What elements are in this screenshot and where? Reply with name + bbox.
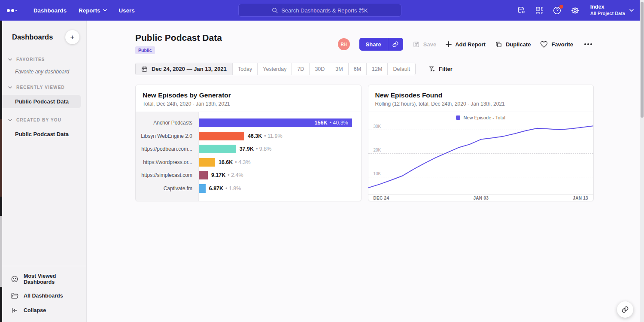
bar-simplecast[interactable] [199,171,208,179]
page-title: Public Podcast Data [135,33,222,43]
more-options-button[interactable] [583,42,594,47]
recently-viewed-section-header[interactable]: RECENTLY VIEWED [2,76,86,92]
collapse-sidebar-item[interactable]: Collapse [2,303,86,318]
preset-7d[interactable]: 7D [292,63,309,75]
heart-icon [540,41,548,48]
bar-chart-category-labels: Anchor Podcasts Libsyn WebEngine 2.0 htt… [136,112,199,201]
preset-30d[interactable]: 30D [309,63,330,75]
filter-label: Filter [439,66,453,72]
legend-swatch [456,115,460,120]
recently-viewed-label: RECENTLY VIEWED [16,85,65,90]
project-selector[interactable]: Index All Project Data [590,4,634,16]
created-by-you-label: CREATED BY YOU [16,118,61,122]
preset-6m[interactable]: 6M [348,63,366,75]
category-label: https://simplecast.com [136,169,198,182]
date-range-control: Dec 24, 2020 — Jan 13, 2021 Today Yester… [135,63,416,75]
favorites-section-header[interactable]: FAVORITES [2,48,86,64]
x-tick-label: JAN 03 [473,196,489,200]
favorite-label: Favorite [551,41,573,48]
favorite-button[interactable]: Favorite [540,41,573,48]
chevron-down-icon [8,58,12,61]
add-dashboard-button[interactable]: + [65,30,79,44]
apps-grid-icon[interactable] [535,6,544,15]
preset-12m[interactable]: 12M [366,63,387,75]
nav-dashboards[interactable]: Dashboards [33,7,67,14]
share-split-button: Share [359,38,403,51]
filter-button[interactable]: Filter [428,66,453,73]
category-label: Captivate.fm [136,182,198,195]
bar-chart-card: New Episodes by Generator Total, Dec 24t… [135,85,361,201]
notification-badge [559,5,563,9]
search-input[interactable]: Search Dashboards & Reports ⌘K [238,4,401,17]
nav-dashboards-label: Dashboards [33,7,67,14]
bar-podbean[interactable] [199,145,236,153]
bar-captivate[interactable] [199,184,206,193]
line-chart-card: New Episodes Found Rolling (12 hours), t… [368,85,594,201]
chevron-down-icon [8,119,12,122]
sidebar-item-public-podcast-data-created[interactable]: Public Podcast Data [2,128,81,141]
project-scope: All Project Data [590,11,625,17]
smiley-icon [11,275,18,283]
project-name: Index [590,4,625,11]
category-label: https://wordpress.or... [136,156,198,169]
share-link-button[interactable] [388,38,403,51]
calendar-icon [141,66,148,72]
save-button[interactable]: Save [413,41,436,48]
bar-libsyn[interactable] [199,132,244,140]
date-range-button[interactable]: Dec 24, 2020 — Jan 13, 2021 [136,63,232,75]
preset-default[interactable]: Default [387,63,415,75]
most-viewed-dashboards-item[interactable]: Most Viewed Dashboards [2,270,86,289]
help-icon[interactable] [553,6,562,15]
date-range-label: Dec 24, 2020 — Jan 13, 2021 [152,66,227,72]
most-viewed-dashboards-label: Most Viewed Dashboards [24,273,86,285]
nav-users-label: Users [119,7,135,14]
duplicate-button[interactable]: Duplicate [495,41,531,48]
add-report-button[interactable]: Add Report [446,41,486,48]
line-chart: 10K 20K 30K [368,123,594,194]
settings-gear-icon[interactable] [571,6,580,15]
link-icon [621,306,629,313]
collapse-label: Collapse [24,307,46,313]
bar-wordpress[interactable] [199,158,215,167]
nav-users[interactable]: Users [119,7,135,14]
top-navbar: Dashboards Reports Users Search Dashboar… [0,0,640,21]
favorites-label: FAVORITES [16,57,45,62]
preset-today[interactable]: Today [232,63,257,75]
floating-link-button[interactable] [617,301,633,318]
duplicate-label: Duplicate [506,41,531,48]
line-chart-subtitle: Rolling (12 hours), total, Dec 24th, 202… [375,101,587,107]
preset-yesterday[interactable]: Yesterday [257,63,292,75]
favorites-empty-text: Favorite any dashboard [2,64,86,76]
chevron-down-icon [629,9,634,12]
sidebar-title: Dashboards [12,33,53,41]
folder-icon [11,292,18,300]
sidebar-item-public-podcast-data[interactable]: Public Podcast Data [2,95,81,108]
duplicate-icon [495,41,502,48]
chart-legend: New Episode - Total [368,112,594,123]
collapse-icon [11,307,18,314]
category-label: https://podbean.com... [136,143,198,156]
chevron-down-icon [103,9,107,12]
app-logo[interactable] [7,9,21,12]
bar-chart-title: New Episodes by Generator [143,91,354,99]
all-dashboards-item[interactable]: All Dashboards [2,289,86,303]
page-scrollbar[interactable] [640,0,644,322]
nav-reports[interactable]: Reports [79,7,107,14]
scrollbar-thumb[interactable] [641,2,644,118]
save-icon [413,41,420,48]
x-axis: DEC 24 JAN 03 JAN 13 [368,194,594,201]
created-by-you-section-header[interactable]: CREATED BY YOU [2,108,86,125]
line-series[interactable] [368,123,594,194]
save-label: Save [423,41,436,48]
bar-anchor-podcasts[interactable]: 156K• 40.3% [199,118,352,127]
data-sources-icon[interactable] [516,6,526,15]
avatar[interactable]: RH [338,38,350,50]
public-badge: Public [135,46,155,54]
preset-3m[interactable]: 3M [330,63,348,75]
x-tick-label: JAN 13 [573,196,588,200]
link-icon [392,41,399,48]
all-dashboards-label: All Dashboards [24,293,63,299]
plus-icon [446,41,452,47]
filter-funnel-icon [428,66,435,73]
share-button[interactable]: Share [359,38,388,51]
